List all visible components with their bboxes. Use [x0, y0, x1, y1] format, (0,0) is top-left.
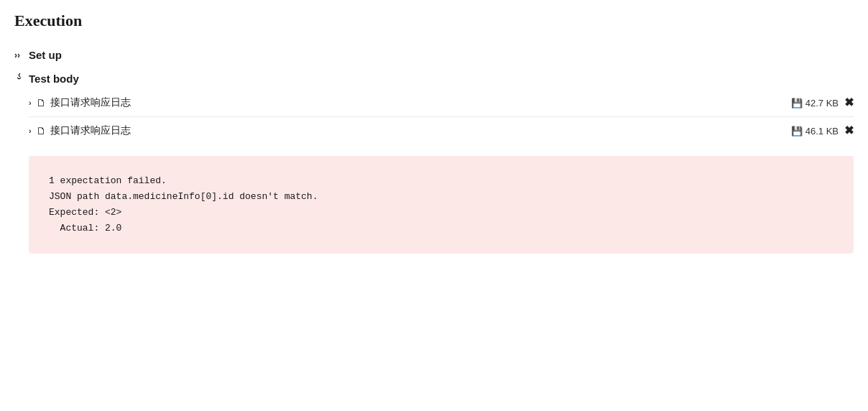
- setup-section: › Set up: [14, 45, 854, 65]
- request-1-close-icon[interactable]: ✖: [844, 97, 854, 108]
- test-body-chevron-icon: ›: [14, 74, 24, 84]
- request-2-size-value: 46.1 KB: [805, 126, 839, 137]
- error-line-1: 1 expectation failed.: [49, 173, 834, 189]
- request-1-doc-icon: 🗋: [36, 97, 46, 108]
- test-body-section-label: Test body: [29, 73, 79, 85]
- request-item-1-right: 💾 42.7 KB ✖: [791, 97, 854, 108]
- request-1-disk-icon: 💾: [791, 98, 803, 108]
- request-item-1-left[interactable]: › 🗋 接口请求响应日志: [29, 96, 791, 109]
- request-1-label: 接口请求响应日志: [50, 96, 131, 109]
- test-body-section-header[interactable]: › Test body: [14, 68, 854, 89]
- error-line-2: JSON path data.medicineInfo[0].id doesn'…: [49, 189, 834, 205]
- request-1-chevron-icon: ›: [29, 98, 32, 107]
- request-2-label: 接口请求响应日志: [50, 124, 131, 137]
- request-2-doc-icon: 🗋: [36, 125, 46, 137]
- setup-section-label: Set up: [29, 49, 62, 61]
- request-1-size-value: 42.7 KB: [805, 98, 839, 108]
- request-item-2-left[interactable]: › 🗋 接口请求响应日志: [29, 124, 791, 137]
- error-line-3: Expected: <2>: [49, 205, 834, 221]
- error-line-4: Actual: 2.0: [49, 221, 834, 236]
- page-title: Execution: [14, 11, 854, 30]
- setup-chevron-icon: ›: [14, 50, 24, 60]
- setup-section-header[interactable]: › Set up: [14, 45, 854, 65]
- request-2-close-icon[interactable]: ✖: [844, 125, 854, 137]
- request-2-disk-icon: 💾: [791, 126, 803, 137]
- error-box: 1 expectation failed. JSON path data.med…: [29, 156, 854, 254]
- request-item-2-right: 💾 46.1 KB ✖: [791, 125, 854, 137]
- request-2-chevron-icon: ›: [29, 126, 32, 135]
- request-item-2: › 🗋 接口请求响应日志 💾 46.1 KB ✖: [29, 117, 854, 144]
- request-2-filesize: 💾 46.1 KB: [791, 126, 839, 137]
- test-body-content: › 🗋 接口请求响应日志 💾 42.7 KB ✖ › 🗋 接口请求响应日志: [14, 89, 854, 254]
- request-1-filesize: 💾 42.7 KB: [791, 98, 839, 108]
- test-body-section: › Test body › 🗋 接口请求响应日志 💾 42.7 KB ✖ ›: [14, 68, 854, 254]
- request-item-1: › 🗋 接口请求响应日志 💾 42.7 KB ✖: [29, 89, 854, 116]
